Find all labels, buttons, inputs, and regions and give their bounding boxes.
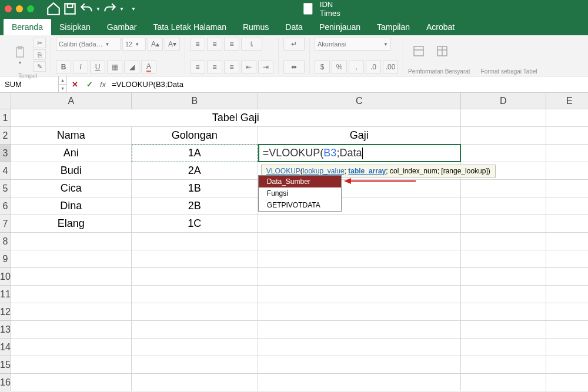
cell[interactable] <box>461 197 546 215</box>
cell[interactable] <box>11 233 132 250</box>
cell[interactable] <box>132 268 258 286</box>
cell[interactable] <box>11 250 132 268</box>
minimize-window-button[interactable] <box>16 5 23 12</box>
cell[interactable] <box>461 250 546 268</box>
number-format-combo[interactable]: Akuntansi▼ <box>315 38 391 51</box>
cell[interactable] <box>546 339 588 356</box>
cell[interactable] <box>461 339 546 356</box>
tab-rumus[interactable]: Rumus <box>235 19 277 35</box>
home-icon[interactable] <box>46 2 61 16</box>
conditional-format-button[interactable] <box>408 38 429 65</box>
row-header[interactable]: 6 <box>0 197 11 215</box>
cell[interactable] <box>258 303 461 321</box>
cell[interactable] <box>546 215 588 233</box>
cell[interactable] <box>11 339 132 356</box>
italic-button[interactable]: I <box>73 61 88 73</box>
maximize-window-button[interactable] <box>27 5 34 12</box>
comma-icon[interactable]: , <box>349 61 364 73</box>
save-icon[interactable] <box>62 2 78 16</box>
merge-center-icon[interactable]: ⬌ <box>283 61 305 73</box>
cell[interactable] <box>461 180 546 197</box>
cell[interactable] <box>546 303 588 321</box>
cell[interactable]: Dina <box>11 197 132 215</box>
row-header[interactable]: 9 <box>0 250 11 268</box>
cell[interactable] <box>132 250 258 268</box>
row-header[interactable]: 12 <box>0 303 11 321</box>
cell[interactable] <box>132 286 258 303</box>
cell[interactable] <box>11 268 132 286</box>
cell[interactable] <box>461 303 546 321</box>
align-center-icon[interactable]: ≡ <box>207 61 222 73</box>
currency-icon[interactable]: $ <box>315 61 330 73</box>
cell[interactable] <box>132 356 258 374</box>
fx-label[interactable]: fx <box>96 80 109 89</box>
increase-font-icon[interactable]: A▴ <box>148 38 163 51</box>
tooltip-function-name[interactable]: VLOOKUP <box>266 167 300 175</box>
cell[interactable] <box>461 233 546 250</box>
redo-icon[interactable] <box>102 2 118 16</box>
tab-acrobat[interactable]: Acrobat <box>418 19 463 35</box>
cell[interactable]: Budi <box>11 162 132 180</box>
align-bottom-icon[interactable]: ≡ <box>224 38 239 51</box>
formula-input[interactable]: =VLOOKUP(B3;Data <box>109 80 588 89</box>
bold-button[interactable]: B <box>56 61 71 73</box>
dec-decimal-icon[interactable]: .00 <box>383 61 398 73</box>
name-box-dropdown[interactable]: ▲▼ <box>59 76 67 92</box>
cell[interactable] <box>258 286 461 303</box>
cell[interactable] <box>546 321 588 339</box>
cell[interactable] <box>11 303 132 321</box>
tab-gambar[interactable]: Gambar <box>99 19 145 35</box>
border-button[interactable]: ▦ <box>107 61 122 73</box>
paste-button[interactable]: ▼ <box>9 41 31 68</box>
align-top-icon[interactable]: ≡ <box>190 38 205 51</box>
cell[interactable] <box>132 303 258 321</box>
cell[interactable] <box>132 321 258 339</box>
tab-data[interactable]: Data <box>277 19 311 35</box>
cancel-formula-button[interactable]: ✕ <box>67 80 83 89</box>
cell[interactable] <box>546 233 588 250</box>
decrease-font-icon[interactable]: A▾ <box>165 38 180 51</box>
cell[interactable] <box>461 321 546 339</box>
tab-tampilan[interactable]: Tampilan <box>369 19 418 35</box>
cell[interactable] <box>546 268 588 286</box>
undo-dropdown-icon[interactable]: ▼ <box>95 6 101 12</box>
wrap-text-icon[interactable]: ↵ <box>283 38 305 51</box>
autocomplete-item[interactable]: GETPIVOTDATA <box>259 199 341 211</box>
cell[interactable]: Tabel Gaji <box>11 109 461 127</box>
cell[interactable] <box>461 374 546 391</box>
col-header[interactable]: A <box>11 93 132 109</box>
cell[interactable] <box>132 339 258 356</box>
col-header[interactable]: B <box>132 93 258 109</box>
col-header[interactable]: C <box>258 93 461 109</box>
cell[interactable] <box>258 215 461 233</box>
row-header[interactable]: 10 <box>0 268 11 286</box>
cell[interactable] <box>258 268 461 286</box>
row-header[interactable]: 16 <box>0 374 11 391</box>
font-name-combo[interactable]: Calibri (Bada…▼ <box>56 38 121 51</box>
cell[interactable] <box>461 356 546 374</box>
cell[interactable] <box>11 321 132 339</box>
font-color-button[interactable]: A <box>141 61 156 73</box>
cell[interactable] <box>461 286 546 303</box>
cell[interactable] <box>461 268 546 286</box>
tab-peninjauan[interactable]: Peninjauan <box>311 19 369 35</box>
cut-icon[interactable]: ✂ <box>33 38 46 48</box>
cell[interactable]: Elang <box>11 215 132 233</box>
cell[interactable] <box>461 145 546 162</box>
cell[interactable]: Ani <box>11 145 132 162</box>
cell[interactable] <box>461 215 546 233</box>
row-header[interactable]: 2 <box>0 127 11 145</box>
row-header[interactable]: 3 <box>0 145 11 162</box>
cell[interactable] <box>11 286 132 303</box>
underline-button[interactable]: U <box>90 61 105 73</box>
cell[interactable] <box>546 109 588 127</box>
row-header[interactable]: 5 <box>0 180 11 197</box>
select-all-corner[interactable] <box>0 93 11 109</box>
active-cell-c3[interactable]: =VLOOKUP(B3;Data <box>258 144 461 162</box>
align-middle-icon[interactable]: ≡ <box>207 38 222 51</box>
row-header[interactable]: 14 <box>0 339 11 356</box>
grid-area[interactable]: A B C D E Tabel Gaji NamaGolonganGaji An… <box>11 93 588 391</box>
format-painter-icon[interactable]: ✎ <box>33 61 46 72</box>
cell[interactable]: 2A <box>132 162 258 180</box>
cell[interactable] <box>258 356 461 374</box>
